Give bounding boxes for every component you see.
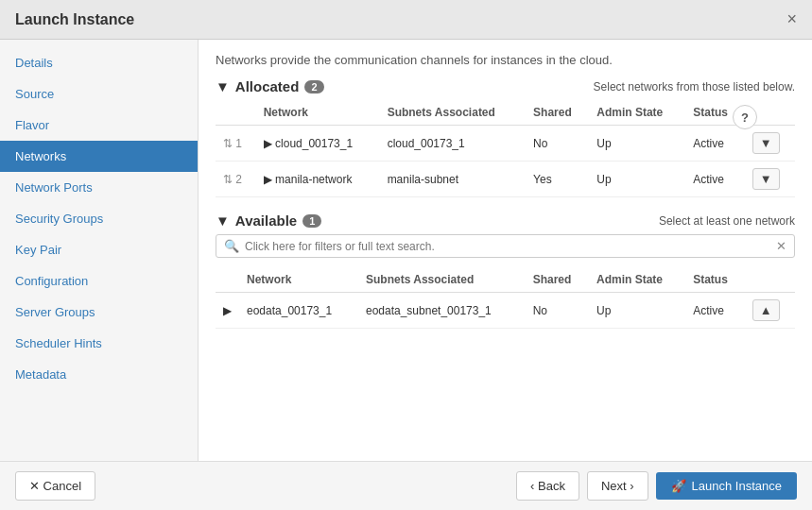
available-table: Network Subnets Associated Shared Admin … <box>216 267 795 329</box>
admin-state-1: Up <box>589 126 685 162</box>
expand-avail-1[interactable]: ▶ <box>216 293 239 329</box>
sidebar-item-scheduler-hints[interactable]: Scheduler Hints <box>0 328 198 359</box>
search-bar: 🔍 ✕ <box>216 234 795 258</box>
sidebar-item-networks[interactable]: Networks <box>0 141 198 172</box>
sidebar-item-security-groups[interactable]: Security Groups <box>0 203 198 234</box>
table-row: ⇅ 2 ▶ manila-network manila-subnet Yes U… <box>216 162 795 197</box>
remove-btn-2[interactable]: ▼ <box>752 168 780 190</box>
col-shared-avail: Shared <box>526 267 589 293</box>
sidebar-item-key-pair[interactable]: Key Pair <box>0 234 198 265</box>
shared-2: Yes <box>526 162 589 197</box>
subnets-avail-1: eodata_subnet_00173_1 <box>358 293 526 329</box>
allocated-table-wrap: Network Subnets Associated Shared Admin … <box>216 100 795 197</box>
modal-title: Launch Instance <box>15 11 134 28</box>
allocated-table-header: Network Subnets Associated Shared Admin … <box>216 100 795 126</box>
launch-button[interactable]: 🚀 Launch Instance <box>656 472 797 500</box>
status-2: Active <box>685 162 744 197</box>
available-hint: Select at least one network <box>329 214 795 228</box>
sidebar-item-source[interactable]: Source <box>0 78 198 110</box>
sort-icon-2: ⇅ 2 <box>223 173 242 186</box>
available-table-header: Network Subnets Associated Shared Admin … <box>216 267 795 293</box>
remove-btn-1[interactable]: ▼ <box>752 132 780 154</box>
available-table-wrap: Network Subnets Associated Shared Admin … <box>216 267 795 329</box>
allocated-badge: 2 <box>304 80 323 94</box>
search-icon: 🔍 <box>224 239 239 253</box>
row-num-2: ⇅ 2 <box>216 162 256 197</box>
next-button[interactable]: Next › <box>587 471 648 501</box>
available-badge: 1 <box>302 214 321 228</box>
footer-right: ‹ Back Next › 🚀 Launch Instance <box>516 471 797 501</box>
help-button[interactable]: ? <box>733 105 757 129</box>
allocated-table: Network Subnets Associated Shared Admin … <box>216 100 795 197</box>
launch-instance-modal: Launch Instance × Details Source Flavor … <box>0 0 812 510</box>
col-shared-alloc: Shared <box>526 100 589 126</box>
row-num-1: ⇅ 1 <box>216 126 256 162</box>
subnets-1: cloud_00173_1 <box>380 126 526 162</box>
col-admin-alloc: Admin State <box>589 100 685 126</box>
shared-1: No <box>526 126 589 162</box>
chevron-right-avail-1: ▶ <box>223 304 232 317</box>
col-expand-avail <box>216 267 239 293</box>
modal-footer: ✕ Cancel ‹ Back Next › 🚀 Launch Instance <box>0 461 812 510</box>
back-button[interactable]: ‹ Back <box>516 471 579 501</box>
cancel-button[interactable]: ✕ Cancel <box>15 471 95 501</box>
status-1: Active <box>685 126 744 162</box>
modal-body: Details Source Flavor Networks Network P… <box>0 40 812 461</box>
admin-state-2: Up <box>589 162 685 197</box>
col-network-alloc: Network <box>256 100 380 126</box>
sidebar: Details Source Flavor Networks Network P… <box>0 40 199 461</box>
table-row: ⇅ 1 ▶ cloud_00173_1 cloud_00173_1 No Up … <box>216 126 795 162</box>
sidebar-item-flavor[interactable]: Flavor <box>0 110 198 141</box>
table-row: ▶ eodata_00173_1 eodata_subnet_00173_1 N… <box>216 293 795 329</box>
col-status-avail: Status <box>685 267 745 293</box>
subnets-2: manila-subnet <box>380 162 526 197</box>
sidebar-item-metadata[interactable]: Metadata <box>0 359 198 390</box>
sidebar-item-network-ports[interactable]: Network Ports <box>0 172 198 203</box>
col-subnets-alloc: Subnets Associated <box>380 100 526 126</box>
sort-icon-1: ⇅ 1 <box>223 137 242 150</box>
allocated-chevron: ▼ <box>216 78 230 94</box>
action-2[interactable]: ▼ <box>745 162 795 197</box>
chevron-right-2: ▶ <box>264 173 272 186</box>
shared-avail-1: No <box>526 293 589 329</box>
close-button[interactable]: × <box>786 9 797 29</box>
allocated-title: ▼ Allocated 2 <box>216 78 324 94</box>
col-action-avail <box>745 267 795 293</box>
admin-state-avail-1: Up <box>589 293 685 329</box>
search-input[interactable] <box>245 240 776 253</box>
sidebar-item-configuration[interactable]: Configuration <box>0 265 198 297</box>
content-top: Networks provide the communication chann… <box>216 53 795 67</box>
footer-left: ✕ Cancel <box>15 471 95 501</box>
clear-search-icon[interactable]: ✕ <box>776 239 786 253</box>
content-description: Networks provide the communication chann… <box>216 53 795 67</box>
status-avail-1: Active <box>685 293 745 329</box>
main-content: Networks provide the communication chann… <box>199 40 812 461</box>
allocated-hint: Select networks from those listed below. <box>332 80 796 94</box>
available-chevron: ▼ <box>216 212 230 229</box>
allocated-section-header: ▼ Allocated 2 Select networks from those… <box>216 78 795 94</box>
expand-btn-1[interactable]: ▶ cloud_00173_1 <box>256 126 380 162</box>
col-admin-avail: Admin State <box>589 267 685 293</box>
network-avail-1: eodata_00173_1 <box>239 293 358 329</box>
col-network-avail: Network <box>239 267 358 293</box>
available-section-header: ▼ Available 1 Select at least one networ… <box>216 212 795 229</box>
chevron-right-1: ▶ <box>264 137 272 150</box>
available-title: ▼ Available 1 <box>216 212 321 229</box>
rocket-icon: 🚀 <box>671 479 686 493</box>
modal-header: Launch Instance × <box>0 0 812 40</box>
sidebar-item-server-groups[interactable]: Server Groups <box>0 297 198 328</box>
expand-btn-2[interactable]: ▶ manila-network <box>256 162 380 197</box>
action-avail-1[interactable]: ▲ <box>745 293 795 329</box>
col-num <box>216 100 256 126</box>
sidebar-item-details[interactable]: Details <box>0 47 198 78</box>
col-subnets-avail: Subnets Associated <box>358 267 526 293</box>
add-btn-avail-1[interactable]: ▲ <box>752 299 780 321</box>
action-1[interactable]: ▼ <box>745 126 795 162</box>
